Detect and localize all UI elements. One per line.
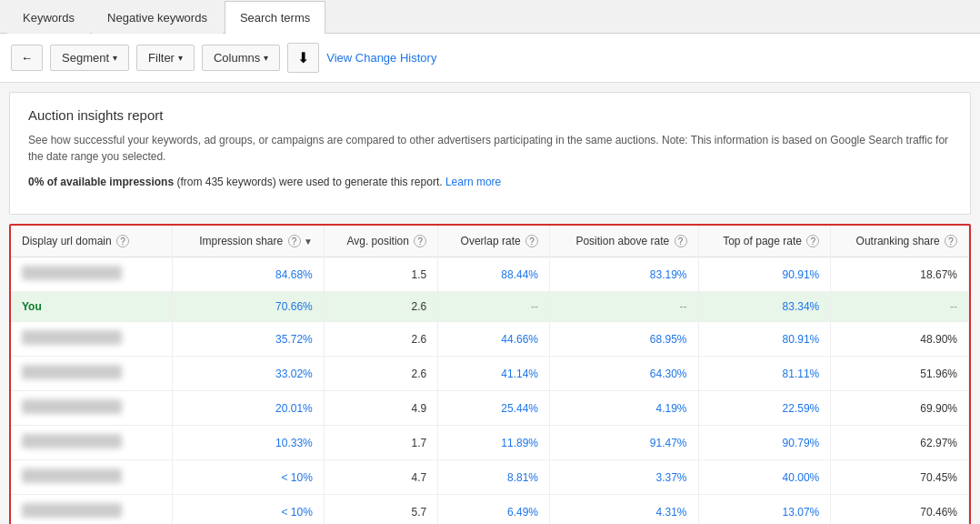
- cell-top-of-page-rate: 22.59%: [698, 391, 831, 426]
- table-row: 84.68%1.588.44%83.19%90.91%18.67%: [11, 257, 969, 292]
- info-box-description: See how successful your keywords, ad gro…: [28, 132, 952, 165]
- cell-top-of-page-rate: 81.11%: [698, 357, 831, 391]
- segment-button[interactable]: Segment ▾: [50, 45, 129, 71]
- cell-outranking-share: 48.90%: [831, 322, 969, 357]
- outranking-share-help-icon[interactable]: ?: [945, 235, 957, 247]
- columns-chevron-icon: ▾: [264, 53, 268, 63]
- cell-top-of-page-rate: 90.79%: [698, 426, 831, 460]
- col-header-domain: Display url domain ?: [11, 226, 173, 257]
- table-header-row: Display url domain ? Impression share ? …: [11, 226, 969, 257]
- col-header-avg-position: Avg. position ?: [324, 226, 437, 257]
- tab-bar: Keywords Negative keywords Search terms: [0, 0, 980, 34]
- cell-impression-share: < 10%: [173, 495, 324, 525]
- cell-overlap-rate: 88.44%: [438, 257, 550, 292]
- cell-domain: [11, 426, 173, 460]
- cell-domain: [11, 391, 173, 426]
- cell-outranking-share: --: [831, 292, 969, 322]
- overlap-rate-help-icon[interactable]: ?: [525, 235, 538, 247]
- cell-domain: [11, 322, 173, 357]
- cell-overlap-rate: 6.49%: [438, 495, 550, 525]
- cell-domain: You: [11, 292, 173, 322]
- tab-keywords[interactable]: Keywords: [7, 1, 90, 34]
- col-header-top-of-page-rate: Top of page rate ?: [698, 226, 831, 257]
- download-button[interactable]: ⬇: [287, 43, 319, 73]
- cell-overlap-rate: 8.81%: [438, 460, 550, 495]
- learn-more-link[interactable]: Learn more: [445, 176, 501, 188]
- col-header-overlap-rate: Overlap rate ?: [438, 226, 550, 257]
- tab-negative-keywords[interactable]: Negative keywords: [92, 1, 223, 34]
- table-row: 10.33%1.711.89%91.47%90.79%62.97%: [11, 426, 969, 460]
- avg-position-help-icon[interactable]: ?: [414, 235, 426, 247]
- cell-outranking-share: 70.46%: [831, 495, 969, 525]
- filter-button[interactable]: Filter ▾: [136, 45, 195, 71]
- cell-avg-position: 2.6: [324, 292, 437, 322]
- cell-avg-position: 4.9: [324, 391, 437, 426]
- col-header-position-above-rate: Position above rate ?: [549, 226, 698, 257]
- cell-position-above-rate: 4.31%: [549, 495, 698, 525]
- cell-outranking-share: 62.97%: [831, 426, 969, 460]
- top-of-page-rate-help-icon[interactable]: ?: [806, 235, 819, 247]
- cell-avg-position: 5.7: [324, 495, 437, 525]
- impression-share-help-icon[interactable]: ?: [288, 235, 301, 247]
- filter-chevron-icon: ▾: [178, 53, 183, 63]
- cell-overlap-rate: 25.44%: [438, 391, 550, 426]
- auction-insights-info-box: Auction insights report See how successf…: [9, 92, 971, 215]
- cell-impression-share: 84.68%: [173, 257, 324, 292]
- cell-position-above-rate: 83.19%: [549, 257, 698, 292]
- cell-outranking-share: 51.96%: [831, 357, 969, 391]
- cell-overlap-rate: --: [438, 292, 550, 322]
- table-row: 20.01%4.925.44%4.19%22.59%69.90%: [11, 391, 969, 426]
- cell-overlap-rate: 41.14%: [438, 357, 550, 391]
- domain-help-icon[interactable]: ?: [116, 235, 129, 247]
- cell-top-of-page-rate: 13.07%: [698, 495, 831, 525]
- cell-position-above-rate: 3.37%: [549, 460, 698, 495]
- cell-impression-share: 70.66%: [173, 292, 324, 322]
- segment-chevron-icon: ▾: [113, 53, 117, 63]
- cell-impression-share: < 10%: [173, 460, 324, 495]
- table-row: 35.72%2.644.66%68.95%80.91%48.90%: [11, 322, 969, 357]
- impression-share-sort-icon[interactable]: ▼: [304, 237, 313, 247]
- cell-overlap-rate: 44.66%: [438, 322, 550, 357]
- cell-top-of-page-rate: 80.91%: [698, 322, 831, 357]
- cell-top-of-page-rate: 40.00%: [698, 460, 831, 495]
- col-header-outranking-share: Outranking share ?: [831, 226, 969, 257]
- impressions-note: 0% of available impressions (from 435 ke…: [28, 174, 952, 190]
- cell-domain: [11, 357, 173, 391]
- cell-impression-share: 20.01%: [173, 391, 324, 426]
- cell-top-of-page-rate: 90.91%: [698, 257, 831, 292]
- table-row: < 10%5.76.49%4.31%13.07%70.46%: [11, 495, 969, 525]
- tab-search-terms[interactable]: Search terms: [225, 1, 325, 34]
- table-row: You70.66%2.6----83.34%--: [11, 292, 969, 322]
- cell-domain: [11, 257, 173, 292]
- table-row: 33.02%2.641.14%64.30%81.11%51.96%: [11, 357, 969, 391]
- cell-impression-share: 33.02%: [173, 357, 324, 391]
- cell-outranking-share: 18.67%: [831, 257, 969, 292]
- cell-impression-share: 10.33%: [173, 426, 324, 460]
- cell-domain: [11, 460, 173, 495]
- toolbar: ← Segment ▾ Filter ▾ Columns ▾ ⬇ View Ch…: [0, 34, 980, 83]
- table-row: < 10%4.78.81%3.37%40.00%70.45%: [11, 460, 969, 495]
- info-box-title: Auction insights report: [28, 107, 952, 123]
- columns-button[interactable]: Columns ▾: [202, 45, 280, 71]
- cell-avg-position: 2.6: [324, 357, 437, 391]
- cell-impression-share: 35.72%: [173, 322, 324, 357]
- auction-insights-table: Display url domain ? Impression share ? …: [11, 226, 969, 524]
- col-header-impression-share: Impression share ? ▼: [173, 226, 324, 257]
- cell-avg-position: 4.7: [324, 460, 437, 495]
- view-change-history-link[interactable]: View Change History: [326, 51, 436, 65]
- position-above-rate-help-icon[interactable]: ?: [675, 235, 687, 247]
- cell-position-above-rate: 91.47%: [549, 426, 698, 460]
- cell-outranking-share: 70.45%: [831, 460, 969, 495]
- cell-outranking-share: 69.90%: [831, 391, 969, 426]
- auction-insights-table-container: Display url domain ? Impression share ? …: [9, 224, 971, 524]
- cell-top-of-page-rate: 83.34%: [698, 292, 831, 322]
- cell-avg-position: 2.6: [324, 322, 437, 357]
- cell-position-above-rate: 64.30%: [549, 357, 698, 391]
- cell-position-above-rate: 4.19%: [549, 391, 698, 426]
- cell-position-above-rate: 68.95%: [549, 322, 698, 357]
- back-button[interactable]: ←: [11, 45, 43, 71]
- cell-domain: [11, 495, 173, 525]
- cell-overlap-rate: 11.89%: [438, 426, 550, 460]
- cell-avg-position: 1.5: [324, 257, 437, 292]
- cell-avg-position: 1.7: [324, 426, 437, 460]
